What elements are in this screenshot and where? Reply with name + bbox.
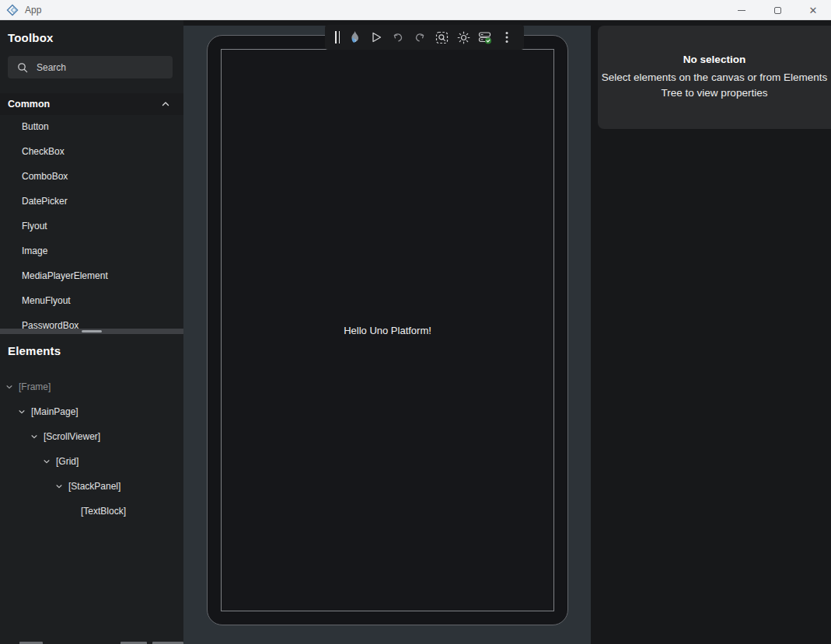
panel-splitter[interactable]: [0, 329, 183, 334]
chevron-down-icon[interactable]: [54, 482, 64, 491]
close-button[interactable]: ✕: [795, 0, 831, 20]
search-input[interactable]: [37, 62, 153, 73]
no-selection-message: Select elements on the canvas or from El…: [599, 70, 829, 101]
chevron-down-icon[interactable]: [17, 407, 26, 416]
search-icon: [17, 62, 28, 73]
device-frame: Hello Uno Platform!: [207, 35, 568, 625]
element-picker-button[interactable]: [431, 25, 452, 50]
toolbox-search[interactable]: [8, 56, 173, 78]
tree-item-label: [TextBlock]: [81, 506, 126, 517]
splitter-grip-icon: [82, 330, 102, 332]
redo-icon: [414, 31, 426, 44]
elements-header: Elements: [8, 344, 61, 357]
tree-item-frame[interactable]: [Frame]: [0, 374, 183, 399]
toolbox-item-checkbox[interactable]: CheckBox: [0, 139, 183, 164]
toolbar-drag-handle[interactable]: [331, 25, 344, 50]
toolbox-item-image[interactable]: Image: [0, 238, 183, 263]
tree-item-mainpage[interactable]: [MainPage]: [0, 399, 183, 424]
canvas-viewport[interactable]: Hello Uno Platform!: [183, 26, 591, 644]
play-button[interactable]: [365, 25, 387, 50]
window-title: App: [25, 5, 41, 16]
design-toolbar: [325, 25, 524, 50]
canvas-area: Hello Uno Platform!: [183, 20, 591, 644]
toolbox-item-combobox[interactable]: ComboBox: [0, 164, 183, 189]
toolbox-item-passwordbox[interactable]: PasswordBox: [0, 313, 183, 338]
toolbox-item-menuflyout[interactable]: MenuFlyout: [0, 288, 183, 313]
elements-tree: [Frame] [MainPage] [ScrollViewer] [Grid]…: [0, 374, 183, 524]
properties-panel: No selection Select elements on the canv…: [591, 20, 831, 644]
app-logo-icon: [6, 4, 19, 16]
chevron-down-icon[interactable]: [30, 432, 39, 441]
element-picker-icon: [435, 31, 449, 44]
tree-item-label: [StackPanel]: [68, 481, 120, 492]
undo-button[interactable]: [387, 25, 409, 50]
play-icon: [370, 31, 382, 44]
close-icon: ✕: [809, 5, 818, 16]
toolbox-section-common[interactable]: Common: [0, 93, 183, 115]
tree-item-label: [MainPage]: [31, 406, 79, 417]
toolbox-header: Toolbox: [8, 31, 54, 44]
textblock-hello[interactable]: Hello Uno Platform!: [344, 325, 431, 336]
undo-icon: [392, 31, 404, 44]
toolbox-list: Button CheckBox ComboBox DatePicker Flyo…: [0, 114, 183, 338]
window-controls: ✕: [724, 0, 831, 20]
chevron-down-icon[interactable]: [42, 457, 51, 466]
minimize-button[interactable]: [724, 0, 759, 20]
drag-handle-icon: [335, 31, 340, 44]
tree-item-stackpanel[interactable]: [StackPanel]: [0, 474, 183, 499]
chevron-up-icon: [161, 99, 170, 109]
toolbox-item-flyout[interactable]: Flyout: [0, 214, 183, 238]
theme-toggle-icon: [457, 31, 470, 44]
maximize-icon: [774, 7, 781, 14]
titlebar: App ✕: [0, 0, 831, 20]
theme-toggle-button[interactable]: [452, 25, 474, 50]
maximize-button[interactable]: [759, 0, 795, 20]
toolbox-item-button[interactable]: Button: [0, 114, 183, 139]
tree-chevron-spacer: [67, 506, 76, 516]
checklist-button[interactable]: [474, 25, 496, 50]
left-sidebar: Toolbox Common Button CheckBox ComboBox …: [0, 20, 183, 644]
kebab-menu-icon: [505, 31, 508, 44]
tree-item-label: [Grid]: [56, 456, 79, 467]
tree-item-label: [Frame]: [19, 381, 51, 392]
toolbox-item-datepicker[interactable]: DatePicker: [0, 189, 183, 214]
tree-item-textblock[interactable]: [TextBlock]: [0, 499, 183, 524]
minimize-icon: [738, 10, 745, 11]
tree-item-grid[interactable]: [Grid]: [0, 449, 183, 474]
toolbox-item-mediaplayerelement[interactable]: MediaPlayerElement: [0, 263, 183, 288]
checklist-icon: [478, 31, 492, 44]
tree-item-label: [ScrollViewer]: [44, 431, 100, 442]
no-selection-card: No selection Select elements on the canv…: [598, 26, 831, 129]
hot-design-button[interactable]: [344, 25, 365, 50]
tree-item-scrollviewer[interactable]: [ScrollViewer]: [0, 424, 183, 449]
no-selection-title: No selection: [683, 54, 745, 65]
flame-icon: [348, 30, 361, 44]
more-options-button[interactable]: [496, 25, 518, 50]
device-screen[interactable]: Hello Uno Platform!: [221, 49, 554, 611]
redo-button[interactable]: [409, 25, 431, 50]
chevron-down-icon[interactable]: [5, 382, 14, 392]
clipped-bottom-row: [0, 639, 183, 644]
section-label: Common: [8, 99, 50, 110]
